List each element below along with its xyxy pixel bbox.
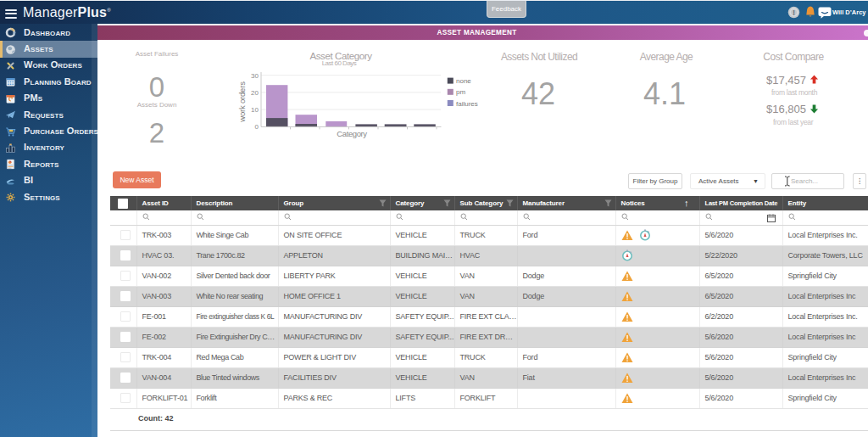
svg-text:work orders: work orders (237, 81, 247, 123)
svg-text:0: 0 (255, 123, 259, 131)
svg-text:!: ! (793, 8, 795, 17)
svg-text:30: 30 (251, 72, 259, 80)
svg-text:pm: pm (456, 88, 465, 96)
svg-text:failures: failures (456, 100, 478, 108)
svg-text:Last 60 Days: Last 60 Days (322, 59, 357, 67)
svg-text:none: none (456, 77, 471, 85)
svg-text:20: 20 (251, 89, 259, 97)
svg-text:Category: Category (337, 129, 367, 138)
svg-text:10: 10 (251, 106, 259, 114)
